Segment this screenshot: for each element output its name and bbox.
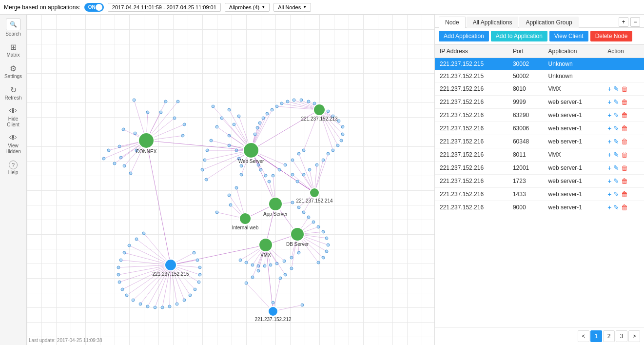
table-row[interactable]: 221.237.152.2161723web server-1 + ✎ 🗑: [435, 175, 644, 188]
row-edit-icon[interactable]: ✎: [613, 85, 619, 93]
pagination-page-2[interactable]: 2: [603, 330, 615, 342]
svg-point-151: [286, 100, 289, 103]
row-edit-icon[interactable]: ✎: [613, 124, 619, 132]
merge-toggle[interactable]: ON: [84, 3, 104, 12]
cell-action: + ✎ 🗑: [603, 109, 644, 122]
delete-node-button[interactable]: Delete Node: [590, 31, 633, 41]
svg-line-232: [133, 265, 171, 300]
row-edit-icon[interactable]: ✎: [613, 138, 619, 145]
tab-node[interactable]: Node: [439, 17, 466, 28]
svg-point-79: [201, 168, 204, 171]
svg-point-175: [307, 216, 310, 219]
row-add-icon[interactable]: +: [607, 177, 611, 185]
row-edit-icon[interactable]: ✎: [613, 203, 619, 211]
row-delete-icon[interactable]: 🗑: [621, 151, 628, 159]
sidebar-item-matrix[interactable]: ⊞ Matrix: [0, 41, 26, 60]
row-delete-icon[interactable]: 🗑: [621, 203, 628, 211]
row-add-icon[interactable]: +: [607, 85, 611, 93]
zoom-in-button[interactable]: +: [619, 17, 628, 27]
row-add-icon[interactable]: +: [607, 138, 611, 145]
row-delete-icon[interactable]: 🗑: [621, 85, 628, 93]
svg-text:Web Server: Web Server: [238, 159, 264, 164]
pagination-page-3[interactable]: 3: [616, 330, 627, 342]
cell-port: 60348: [508, 135, 544, 148]
svg-point-245: [176, 303, 178, 305]
add-application-button[interactable]: Add Application: [439, 31, 489, 41]
table-row[interactable]: 221.237.152.21660348web server-1 + ✎ 🗑: [435, 135, 644, 148]
cell-port: 8011: [508, 148, 544, 162]
svg-text:221.237.152.215: 221.237.152.215: [152, 271, 189, 277]
svg-point-37: [159, 111, 162, 114]
table-row[interactable]: 221.237.152.2168010VMX + ✎ 🗑: [435, 82, 644, 96]
matrix-icon: ⊞: [10, 42, 17, 52]
svg-point-47: [107, 149, 110, 152]
row-delete-icon[interactable]: 🗑: [621, 138, 628, 145]
row-add-icon[interactable]: +: [607, 111, 611, 119]
pagination-page-1[interactable]: 1: [590, 330, 602, 342]
svg-point-290: [165, 259, 176, 271]
tab-actions: + −: [619, 17, 640, 27]
graph-area[interactable]: CONNEXWeb ServerApp ServerInternal webDB…: [27, 15, 434, 345]
cell-app: web server-1: [544, 201, 603, 214]
all-nodes-dropdown[interactable]: All Nodes: [273, 3, 311, 12]
svg-point-123: [327, 152, 330, 155]
svg-point-173: [302, 211, 305, 214]
table-row[interactable]: 221.237.152.21663006web server-1 + ✎ 🗑: [435, 122, 644, 135]
table-row[interactable]: 221.237.152.2169999web server-1 + ✎ 🗑: [435, 96, 644, 109]
svg-point-207: [251, 264, 254, 266]
row-edit-icon[interactable]: ✎: [613, 177, 619, 185]
row-delete-icon[interactable]: 🗑: [621, 98, 628, 106]
table-row[interactable]: 221.237.152.2161433web server-1 + ✎ 🗑: [435, 188, 644, 201]
svg-point-55: [237, 115, 240, 118]
zoom-out-button[interactable]: −: [630, 17, 640, 27]
row-delete-icon[interactable]: 🗑: [621, 190, 628, 198]
table-row[interactable]: 221.237.152.2169000web server-1 + ✎ 🗑: [435, 201, 644, 214]
row-delete-icon[interactable]: 🗑: [621, 124, 628, 132]
row-delete-icon[interactable]: 🗑: [621, 177, 628, 185]
cell-port: 9999: [508, 96, 544, 109]
svg-point-225: [117, 273, 120, 276]
table-row[interactable]: 221.237.152.21530002Unknown: [435, 58, 644, 70]
sidebar-item-refresh[interactable]: ↻ Refresh: [0, 83, 26, 103]
svg-point-113: [296, 180, 299, 183]
svg-point-159: [266, 112, 269, 115]
row-delete-icon[interactable]: 🗑: [621, 164, 628, 172]
row-add-icon[interactable]: +: [607, 190, 611, 198]
sidebar-item-help[interactable]: ? Help: [0, 159, 26, 178]
row-add-icon[interactable]: +: [607, 151, 611, 159]
svg-point-282: [269, 197, 282, 211]
tab-all-applications[interactable]: All Applications: [467, 17, 519, 28]
sidebar-item-hide-client[interactable]: 👁 HideClient: [0, 105, 26, 130]
search-icon[interactable]: 🔍: [6, 19, 20, 30]
table-row[interactable]: 221.237.152.21663290web server-1 + ✎ 🗑: [435, 109, 644, 122]
row-edit-icon[interactable]: ✎: [613, 190, 619, 198]
row-add-icon[interactable]: +: [607, 124, 611, 132]
allprobes-dropdown[interactable]: Allprobes (4): [225, 3, 270, 12]
cell-action: + ✎ 🗑: [603, 188, 644, 201]
add-to-application-button[interactable]: Add to Application: [491, 31, 547, 41]
row-edit-icon[interactable]: ✎: [613, 111, 619, 119]
row-add-icon[interactable]: +: [607, 98, 611, 106]
table-row[interactable]: 221.237.152.2168011VMX + ✎ 🗑: [435, 148, 644, 162]
row-delete-icon[interactable]: 🗑: [621, 111, 628, 119]
row-edit-icon[interactable]: ✎: [613, 151, 619, 159]
row-add-icon[interactable]: +: [607, 203, 611, 211]
view-client-button[interactable]: View Client: [549, 31, 588, 41]
sidebar-item-view-hidden[interactable]: 👁 ViewHidden: [0, 132, 26, 157]
row-add-icon[interactable]: +: [607, 164, 611, 172]
svg-point-67: [240, 164, 243, 167]
cell-app: VMX: [544, 82, 603, 96]
svg-point-171: [297, 206, 300, 209]
tab-application-group[interactable]: Application Group: [519, 17, 578, 28]
table-row[interactable]: 221.237.152.21550002Unknown: [435, 70, 644, 82]
row-edit-icon[interactable]: ✎: [613, 98, 619, 106]
sidebar-item-settings[interactable]: ⚙ Settings: [0, 62, 26, 81]
svg-point-177: [312, 221, 315, 223]
pagination-prev[interactable]: <: [578, 330, 589, 342]
cell-app: web server-1: [544, 188, 603, 201]
svg-point-187: [325, 250, 328, 253]
row-edit-icon[interactable]: ✎: [613, 164, 619, 172]
pagination-next[interactable]: >: [628, 330, 640, 342]
table-row[interactable]: 221.237.152.21612001web server-1 + ✎ 🗑: [435, 162, 644, 175]
date-range-button[interactable]: 2017-04-24 11:01:59 - 2017-04-25 11:09:0…: [108, 3, 221, 12]
